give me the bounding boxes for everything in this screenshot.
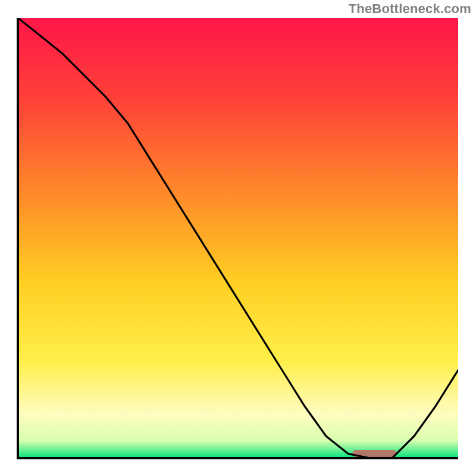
- plot-gradient: [18, 18, 458, 458]
- chart-stage: TheBottleneck.com: [0, 0, 476, 476]
- chart-svg: [0, 0, 476, 476]
- watermark-text: TheBottleneck.com: [349, 1, 471, 17]
